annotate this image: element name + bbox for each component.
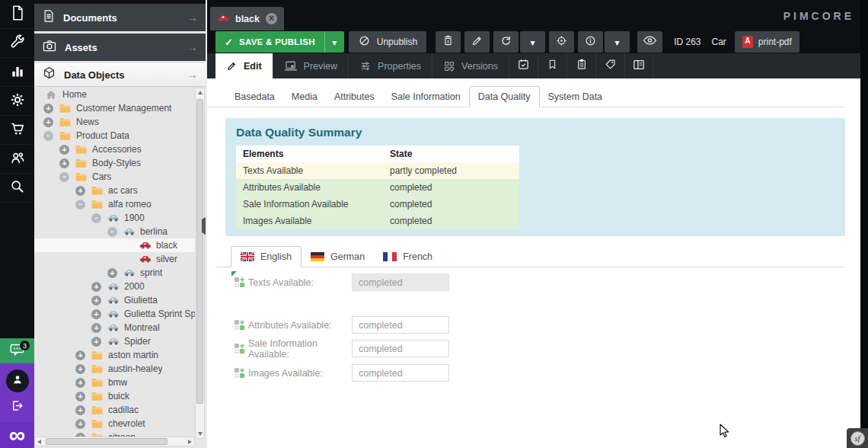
tree-item[interactable]: sprint	[34, 266, 195, 280]
expander-plus-icon[interactable]	[75, 186, 85, 196]
delete-button[interactable]	[436, 31, 461, 53]
expander-plus-icon[interactable]	[75, 350, 85, 360]
collapse-panel-button[interactable]	[202, 219, 206, 233]
tree-item[interactable]: austin-healey	[34, 362, 195, 376]
tree-item[interactable]: buick	[34, 389, 195, 403]
logout-button[interactable]	[10, 398, 24, 416]
reload-options-dropdown[interactable]	[520, 31, 545, 53]
expander-minus-icon[interactable]	[75, 200, 85, 210]
expander-plus-icon[interactable]	[59, 158, 69, 168]
tree-item[interactable]: Montreal	[34, 321, 195, 334]
tab-black[interactable]: black	[210, 7, 284, 30]
users-rail-button[interactable]	[0, 145, 34, 174]
info-button[interactable]	[578, 31, 603, 53]
accordion-documents[interactable]: Documents	[34, 4, 206, 31]
vertical-scroll-thumb[interactable]	[196, 99, 203, 404]
horizontal-scroll-thumb[interactable]	[46, 438, 168, 445]
language-tab-english[interactable]: English	[231, 246, 302, 267]
settings-rail-button[interactable]	[0, 87, 34, 116]
expander-plus-icon[interactable]	[59, 145, 69, 155]
tree-item[interactable]: chevrolet	[34, 417, 195, 430]
expander-plus-icon[interactable]	[91, 323, 101, 333]
tree-item[interactable]: Accessories	[34, 142, 195, 156]
save-publish-button[interactable]: SAVE & PUBLISH	[215, 31, 344, 53]
tree-item[interactable]: News	[34, 115, 195, 129]
tools-rail-button[interactable]	[0, 29, 34, 58]
tree-item[interactable]: ac cars	[34, 184, 195, 197]
scroll-down-button[interactable]	[196, 430, 204, 438]
tab-workflow[interactable]	[624, 53, 653, 78]
expander-plus-icon[interactable]	[91, 337, 101, 347]
field-value[interactable]: completed	[352, 340, 449, 357]
tab-application-logger[interactable]	[566, 53, 595, 78]
field-value[interactable]: completed	[352, 274, 449, 291]
expander-minus-icon[interactable]	[43, 131, 53, 141]
scroll-up-button[interactable]	[196, 88, 204, 97]
expander-minus-icon[interactable]	[59, 172, 69, 182]
unpublish-button[interactable]: Unpublish	[349, 31, 426, 53]
tree-horizontal-scrollbar[interactable]	[34, 437, 195, 446]
tab-tags[interactable]	[595, 53, 624, 78]
tree-item[interactable]: 2000	[34, 280, 195, 293]
expander-plus-icon[interactable]	[91, 282, 101, 292]
scroll-right-button[interactable]	[186, 437, 194, 446]
subtab-attributes[interactable]: Attributes	[326, 87, 383, 107]
tree-item[interactable]: Giulietta	[34, 293, 195, 307]
tree-item[interactable]: Home	[34, 88, 195, 101]
scroll-left-button[interactable]	[35, 437, 43, 446]
tab-properties[interactable]: Properties	[348, 53, 432, 78]
expander-plus-icon[interactable]	[75, 364, 85, 374]
documents-rail-button[interactable]	[0, 0, 34, 29]
search-rail-button[interactable]	[0, 174, 34, 203]
expander-minus-icon[interactable]	[107, 227, 117, 237]
locate-in-tree-button[interactable]	[549, 31, 574, 53]
tree-item[interactable]: berlina	[34, 225, 195, 238]
tree-item[interactable]: cadillac	[34, 403, 195, 417]
accordion-assets[interactable]: Assets	[34, 34, 206, 61]
tab-preview[interactable]: Preview	[273, 53, 348, 78]
expander-plus-icon[interactable]	[91, 296, 101, 306]
language-tab-french[interactable]: French	[374, 247, 442, 267]
info-options-dropdown[interactable]	[605, 31, 630, 53]
tab-notes-events[interactable]	[538, 53, 566, 78]
ecommerce-rail-button[interactable]	[0, 116, 34, 145]
subtab-system-data[interactable]: System Data	[540, 87, 611, 107]
tree-item[interactable]: alfa romeo	[34, 197, 195, 211]
tree-item[interactable]: 1900	[34, 211, 195, 225]
expander-plus-icon[interactable]	[75, 419, 85, 429]
close-tab-icon[interactable]	[266, 13, 277, 24]
tab-edit[interactable]: Edit	[215, 53, 273, 78]
subtab-basedata[interactable]: Basedata	[226, 87, 283, 107]
pimcore-logo-button[interactable]	[0, 422, 34, 448]
reload-button[interactable]	[493, 31, 519, 53]
tree-item[interactable]: aston martin	[34, 348, 195, 362]
reports-rail-button[interactable]	[0, 58, 34, 87]
symfony-debug-toolbar-button[interactable]: sf	[847, 428, 868, 448]
subtab-data-quality[interactable]: Data Quality	[469, 86, 540, 107]
print-pdf-button[interactable]: print-pdf	[735, 31, 799, 53]
tree-item[interactable]: Spider	[34, 334, 195, 348]
subtab-media[interactable]: Media	[283, 87, 326, 107]
tree-item[interactable]: silver	[34, 252, 195, 266]
tree-item[interactable]: bmw	[34, 376, 195, 389]
expander-plus-icon[interactable]	[91, 309, 101, 319]
expander-plus-icon[interactable]	[43, 104, 53, 114]
save-options-dropdown[interactable]	[324, 31, 344, 53]
expander-plus-icon[interactable]	[75, 405, 85, 415]
expander-plus-icon[interactable]	[75, 392, 85, 402]
tree-item[interactable]: Body-Styles	[34, 156, 195, 170]
expander-plus-icon[interactable]	[107, 268, 117, 278]
field-value[interactable]: completed	[352, 364, 449, 382]
tab-versions[interactable]: Versions	[432, 53, 509, 78]
tree-item[interactable]: Product Data	[34, 129, 195, 142]
field-value[interactable]: completed	[352, 316, 449, 334]
tree-item[interactable]: black	[34, 238, 195, 252]
notifications-button[interactable]: 3	[0, 338, 34, 363]
expander-plus-icon[interactable]	[75, 378, 85, 388]
tree-vertical-scrollbar[interactable]	[195, 88, 205, 439]
subtab-sale-information[interactable]: Sale Information	[383, 87, 469, 107]
rename-button[interactable]	[464, 31, 490, 53]
avatar[interactable]	[6, 370, 29, 392]
panel-splitter[interactable]	[206, 0, 207, 448]
expander-minus-icon[interactable]	[91, 213, 101, 223]
